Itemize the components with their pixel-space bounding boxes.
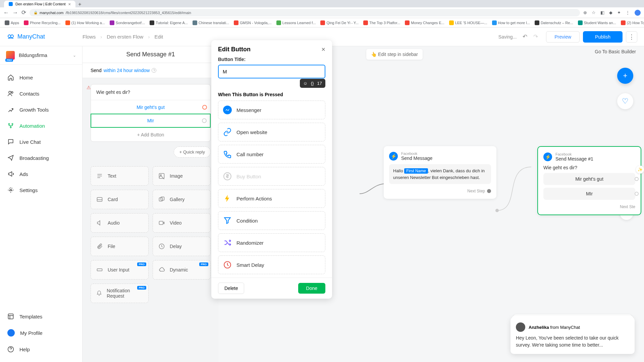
info-icon[interactable]: ? xyxy=(152,68,156,73)
bookmark-icon[interactable]: ☆ xyxy=(592,10,596,15)
bookmark-item[interactable]: Qing Fei De Yi - Y... xyxy=(319,20,360,26)
nav-live-chat[interactable]: Live Chat xyxy=(0,134,82,150)
close-tab-icon[interactable]: × xyxy=(68,2,71,7)
block-delay[interactable]: Delay xyxy=(153,237,211,256)
bookmark-item[interactable]: Tutorial: Eigene A... xyxy=(148,20,189,26)
back-button[interactable]: ← xyxy=(3,9,9,16)
translate-icon[interactable]: ⊕ xyxy=(583,10,587,15)
menu-icon[interactable]: ⋮ xyxy=(626,10,630,15)
bookmark-item[interactable]: (1) How Working a... xyxy=(64,20,106,26)
nav-home[interactable]: Home xyxy=(0,69,82,85)
url-bar[interactable]: 🔒 manychat.com /fb198150208192061​8/cms/… xyxy=(30,9,580,16)
nav-my-profile[interactable]: My Profile xyxy=(0,324,82,341)
nav-growth-tools[interactable]: Growth Tools xyxy=(0,102,82,118)
preview-button[interactable]: Preview xyxy=(546,31,580,43)
reload-button[interactable]: ⟳ xyxy=(21,9,26,16)
button-title-input[interactable] xyxy=(218,65,325,78)
nav-templates[interactable]: Templates xyxy=(0,308,82,324)
block-file[interactable]: File xyxy=(91,237,149,256)
undo-button[interactable]: ↶ xyxy=(523,33,527,40)
go-to-basic-builder[interactable]: Go To Basic Builder xyxy=(595,49,636,54)
bookmark-item[interactable]: Chinese translati... xyxy=(191,20,230,26)
bookmark-item[interactable]: Money Changes E... xyxy=(404,20,446,26)
send-window-link[interactable]: within 24 hour window xyxy=(104,68,150,73)
bookmark-item[interactable]: Datenschutz – Re... xyxy=(533,20,575,26)
logo[interactable]: ManyChat xyxy=(7,33,83,41)
apps-bookmark[interactable]: Apps xyxy=(3,20,20,26)
add-fab-button[interactable]: + xyxy=(617,68,633,84)
action-smart-delay[interactable]: Smart Delay xyxy=(218,255,325,274)
nav-help[interactable]: Help xyxy=(0,341,82,357)
next-step[interactable]: Next Step xyxy=(389,189,491,193)
bookmark-item[interactable]: The Top 3 Platfor... xyxy=(362,20,401,26)
chat-message: Hey Leon, You've been selected to take o… xyxy=(516,335,629,349)
next-step[interactable]: Next Ste xyxy=(543,204,635,209)
extensions-puzzle-icon[interactable]: ✦ xyxy=(617,10,621,15)
bookmark-item[interactable]: Sonderangebot!... xyxy=(108,20,146,26)
canvas-node-send-message[interactable]: ⚡ Facebook Send Message Hallo First Name… xyxy=(384,146,496,199)
block-gallery[interactable]: Gallery xyxy=(153,190,211,209)
send-window-row[interactable]: Send within 24 hour window ? xyxy=(83,63,219,78)
done-button[interactable]: Done xyxy=(298,283,325,294)
node-button-2[interactable]: MIr xyxy=(543,188,635,200)
new-tab-button[interactable]: + xyxy=(75,1,84,7)
browser-tab[interactable]: Den ersten Flow | Edit Content × xyxy=(4,1,75,7)
sparkle-action[interactable]: ✨ xyxy=(636,166,644,174)
connector-dot[interactable] xyxy=(635,177,639,181)
publish-button[interactable]: Publish xyxy=(583,31,623,43)
bookmark-item[interactable]: GMSN - Vologda,... xyxy=(232,20,273,26)
emoji-button[interactable]: ☺ xyxy=(303,81,308,86)
breadcrumb-item[interactable]: Den ersten Flow xyxy=(107,34,143,40)
action-call-number[interactable]: Call number xyxy=(218,145,325,164)
quick-reply-button[interactable]: + Quick reply xyxy=(174,146,211,158)
action-buy-button: Buy Button xyxy=(218,167,325,186)
block-user-input[interactable]: User InputPRO xyxy=(91,260,149,280)
button-chip-2[interactable]: MIr xyxy=(91,114,211,128)
profile-avatar-icon[interactable] xyxy=(635,10,641,16)
block-video[interactable]: Video xyxy=(153,213,211,233)
nav-ads[interactable]: Ads xyxy=(0,166,82,182)
node-button-1[interactable]: Mir geht's gut xyxy=(543,173,635,185)
edit-in-sidebar-button[interactable]: 👆 Edit step in sidebar xyxy=(366,49,423,60)
block-text[interactable]: Text xyxy=(91,166,149,186)
block-image[interactable]: Image xyxy=(153,166,211,186)
connector-dot[interactable] xyxy=(635,192,639,196)
nav-broadcasting[interactable]: Broadcasting xyxy=(0,150,82,166)
favorite-fab-button[interactable]: ♡ xyxy=(617,93,633,109)
block-audio[interactable]: Audio xyxy=(91,213,149,233)
bookmark-item[interactable]: Phone Recycling... xyxy=(22,20,62,26)
braces-button[interactable]: {} xyxy=(311,81,314,86)
connector-dot[interactable] xyxy=(202,105,207,110)
account-switcher[interactable]: PRO Bildungsfirma ⌄ xyxy=(0,46,82,65)
bookmark-item[interactable]: LEE 'S HOUSE—... xyxy=(448,20,489,26)
bookmark-item[interactable]: Student Wants an... xyxy=(577,20,618,26)
action-open-website[interactable]: Open website xyxy=(218,123,325,141)
canvas-node-send-message-1[interactable]: ✨ ⚡ Facebook Send Message #1 Wie geht es… xyxy=(537,146,641,215)
bookmark-item[interactable]: (2) How To Add A... xyxy=(620,20,644,26)
action-perform-actions[interactable]: Perform Actions xyxy=(218,189,325,208)
block-dynamic[interactable]: DynamicPRO xyxy=(153,260,211,280)
delete-button[interactable]: Delete xyxy=(218,283,244,294)
more-menu-button[interactable]: ⋮ xyxy=(626,31,637,43)
add-button[interactable]: + Add Button xyxy=(91,127,210,141)
nav-settings[interactable]: Settings xyxy=(0,182,82,198)
forward-button[interactable]: → xyxy=(12,9,18,16)
button-chip-1[interactable]: Mir geht's gut xyxy=(91,100,210,114)
close-button[interactable]: × xyxy=(321,46,325,53)
action-messenger[interactable]: Messenger xyxy=(218,101,325,119)
bookmark-item[interactable]: Lessons Learned f... xyxy=(275,20,317,26)
connector-dot[interactable] xyxy=(487,189,491,193)
block-card[interactable]: Card xyxy=(91,190,149,209)
bookmark-item[interactable]: How to get more l... xyxy=(491,20,531,26)
breadcrumb-item[interactable]: Flows xyxy=(83,34,96,40)
message-body[interactable]: Wie geht es dir? xyxy=(91,84,210,100)
chat-notification[interactable]: Anzhelika from ManyChat Hey Leon, You've… xyxy=(511,317,635,354)
block-notification-request[interactable]: Notification RequestPRO xyxy=(91,284,149,303)
action-condition[interactable]: Condition xyxy=(218,211,325,230)
action-randomizer[interactable]: Randomizer xyxy=(218,233,325,252)
extension-icon-2[interactable]: ◆ xyxy=(609,10,612,15)
connector-dot[interactable] xyxy=(202,118,207,123)
nav-automation[interactable]: Automation xyxy=(0,118,82,134)
nav-contacts[interactable]: Contacts xyxy=(0,85,82,102)
extension-icon[interactable]: ◧ xyxy=(600,10,604,15)
